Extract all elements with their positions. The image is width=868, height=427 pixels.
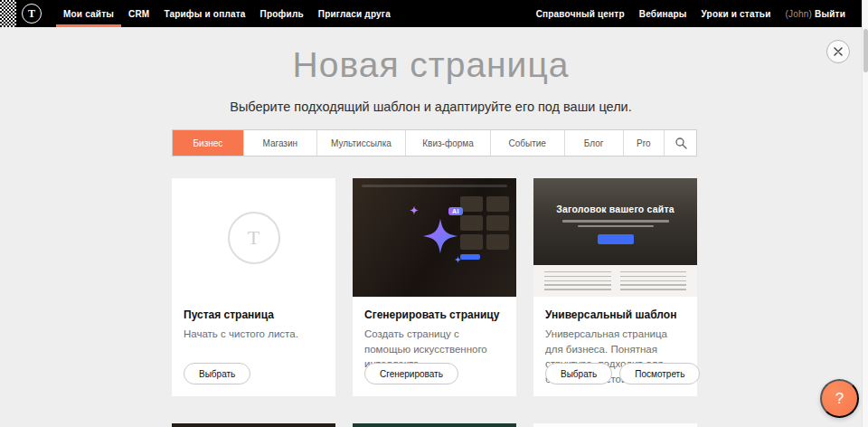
- preview-text-line: [562, 220, 669, 223]
- card-generate-ai: AI Сгенерировать страницу Создать страни…: [353, 178, 516, 396]
- preview-heading: Заголовок вашего сайта: [533, 178, 697, 214]
- tab-business[interactable]: Бизнес: [173, 130, 243, 156]
- search-tab[interactable]: [664, 130, 696, 156]
- account-name: (John): [785, 9, 812, 19]
- tab-quiz-form[interactable]: Квиз-форма: [405, 130, 490, 156]
- card-title: Сгенерировать страницу: [364, 308, 505, 321]
- tab-event[interactable]: Событие: [490, 130, 564, 156]
- card-actions: Сгенерировать: [364, 363, 458, 384]
- preview-text-column: [544, 271, 611, 290]
- universal-preview[interactable]: Заголовок вашего сайта: [533, 178, 697, 297]
- nav-right: Справочный центр Вебинары Уроки и статьи…: [529, 0, 853, 27]
- partial-card[interactable]: [353, 423, 516, 427]
- nav-webinars[interactable]: Вебинары: [632, 0, 694, 27]
- card-title: Универсальный шаблон: [545, 308, 685, 321]
- card-universal-template: Заголовок вашего сайта Универсальный шаб…: [533, 178, 697, 396]
- logout-label: Выйти: [815, 9, 845, 19]
- template-cards: T Пустая страница Начать с чистого листа…: [172, 178, 697, 396]
- help-button[interactable]: ?: [820, 379, 859, 418]
- choose-universal-button[interactable]: Выбрать: [545, 363, 612, 384]
- card-actions: Выбрать Посмотреть: [545, 363, 700, 384]
- tilda-logo[interactable]: T: [22, 4, 42, 24]
- scrollbar-track: [862, 0, 868, 427]
- corner-pattern: [0, 0, 16, 27]
- partial-card[interactable]: [533, 423, 697, 427]
- template-tabs: Бизнес Магазин Мультиссылка Квиз-форма С…: [172, 129, 697, 157]
- card-description: Начать с чистого листа.: [184, 327, 324, 342]
- top-nav: T Мои сайты CRM Тарифы и оплата Профиль …: [0, 0, 862, 27]
- view-universal-button[interactable]: Посмотреть: [619, 363, 700, 384]
- choose-blank-button[interactable]: Выбрать: [184, 363, 250, 384]
- card-blank-page: T Пустая страница Начать с чистого листа…: [172, 178, 335, 396]
- preview-text-line: [578, 225, 654, 228]
- nav-help-center[interactable]: Справочный центр: [529, 0, 632, 27]
- preview-text-column: [620, 271, 687, 290]
- nav-left: Мои сайты CRM Тарифы и оплата Профиль Пр…: [56, 0, 398, 27]
- ai-sparkle-tiny-icon: [454, 256, 462, 263]
- tilda-mark-letter: T: [248, 226, 259, 250]
- nav-profile[interactable]: Профиль: [253, 0, 311, 27]
- page-title: Новая страница: [0, 45, 862, 85]
- preview-cta-button: [598, 234, 634, 244]
- search-icon: [675, 137, 687, 149]
- blank-page-preview[interactable]: T: [172, 178, 335, 297]
- card-actions: Выбрать: [184, 363, 250, 384]
- universal-preview-hero: Заголовок вашего сайта: [533, 178, 697, 265]
- nav-crm[interactable]: CRM: [121, 0, 156, 27]
- universal-preview-body: [533, 265, 697, 297]
- ai-preview-topbar: [362, 185, 507, 187]
- tilda-mark-icon: T: [228, 212, 280, 264]
- ai-preview[interactable]: AI: [353, 178, 516, 297]
- partial-card[interactable]: [172, 423, 335, 427]
- card-title: Пустая страница: [184, 308, 324, 321]
- tab-store[interactable]: Магазин: [243, 130, 316, 156]
- tab-pro[interactable]: Pro: [623, 130, 664, 156]
- ai-preview-grid: [460, 196, 509, 250]
- nav-lessons[interactable]: Уроки и статьи: [694, 0, 778, 27]
- nav-invite-friend[interactable]: Пригласи друга: [311, 0, 398, 27]
- ai-badge: AI: [448, 207, 463, 215]
- page: T Мои сайты CRM Тарифы и оплата Профиль …: [0, 0, 868, 427]
- ai-sparkle-icon: [420, 218, 461, 254]
- tab-blog[interactable]: Блог: [564, 130, 623, 156]
- nav-logout[interactable]: (John) Выйти: [778, 0, 853, 27]
- tab-multilink[interactable]: Мультиссылка: [316, 130, 406, 156]
- nav-billing[interactable]: Тарифы и оплата: [156, 0, 252, 27]
- tilda-logo-letter: T: [28, 7, 35, 21]
- generate-button[interactable]: Сгенерировать: [364, 363, 458, 384]
- ai-sparkle-small-icon: [409, 205, 420, 215]
- ai-preview-blue-button: [460, 254, 480, 260]
- next-row-partial: [172, 423, 697, 427]
- nav-my-sites[interactable]: Мои сайты: [56, 0, 121, 27]
- scrollbar-thumb[interactable]: [863, 29, 868, 72]
- page-subtitle: Выберите подходящий шаблон и адаптируйте…: [0, 100, 862, 114]
